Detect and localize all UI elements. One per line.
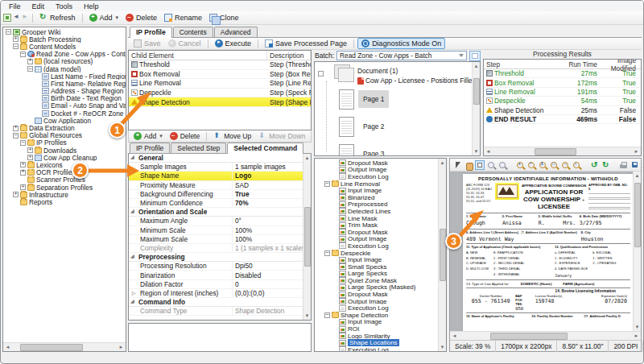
tree-item[interactable]: Scanner Profiles: [3, 176, 126, 184]
tree-item[interactable]: Content Models: [3, 43, 126, 50]
tree-expander[interactable]: [35, 81, 40, 86]
tree-expander[interactable]: [324, 250, 330, 256]
tree-expander[interactable]: [20, 184, 26, 190]
pointer-icon[interactable]: [452, 160, 462, 170]
tree-expander[interactable]: [332, 222, 337, 228]
scroll-left-icon[interactable]: ◄: [450, 332, 459, 340]
tree-item[interactable]: (local resources): [3, 58, 126, 65]
tree-expander[interactable]: [13, 133, 19, 139]
property-row[interactable]: Command Info: [129, 298, 303, 307]
tree-item[interactable]: Line Mask: [315, 215, 438, 222]
tree-expander[interactable]: [324, 312, 330, 318]
add-button[interactable]: Add▾: [86, 13, 122, 23]
scroll-down-icon[interactable]: ▼: [303, 312, 311, 320]
tree-item[interactable]: Address - Shape Region: [3, 88, 126, 95]
vertical-scrollbar[interactable]: ▲ ▼: [438, 159, 446, 351]
filter-icon[interactable]: [459, 54, 464, 57]
image-settings-icon[interactable]: [641, 160, 644, 170]
tree-item[interactable]: Execution Log: [315, 346, 438, 351]
page-node[interactable]: Page 1: [339, 86, 472, 112]
tree-expander[interactable]: [27, 66, 33, 72]
horizontal-scrollbar[interactable]: ◄ ►: [3, 342, 126, 351]
zoom-window-icon[interactable]: [486, 160, 496, 170]
property-row[interactable]: Dilation Factor 0: [129, 280, 303, 289]
scroll-right-icon[interactable]: ►: [632, 332, 641, 340]
tree-expander[interactable]: [332, 333, 337, 339]
tab[interactable]: Advanced: [214, 27, 258, 37]
scroll-up-icon[interactable]: ▲: [303, 154, 311, 162]
print-icon[interactable]: [618, 160, 628, 170]
tree-expander[interactable]: [13, 192, 19, 197]
child-element-row[interactable]: Box Removal Step (Box Removal): [129, 70, 311, 80]
tree-item[interactable]: Cow Application: [3, 117, 126, 124]
tree-expander[interactable]: [332, 160, 337, 166]
tree-item[interactable]: IP Profiles: [3, 139, 126, 147]
tree-expander[interactable]: [332, 230, 337, 235]
vertical-scrollbar[interactable]: ▲ ▼: [633, 172, 641, 331]
tree-item[interactable]: Despeckle: [315, 250, 438, 257]
tree-item[interactable]: Infrastructure: [3, 191, 126, 198]
property-row[interactable]: Shape Name Logo: [129, 172, 303, 180]
tree-item[interactable]: Logo Similarity: [315, 333, 438, 340]
tree-expander[interactable]: [332, 340, 337, 345]
tree-item[interactable]: Execution Log: [315, 173, 438, 180]
tree-item[interactable]: Read Zone - Cow Apps - Content Model: [3, 51, 126, 58]
property-row[interactable]: Proximity Measure SAD: [129, 181, 303, 190]
scroll-right-icon[interactable]: ►: [117, 343, 126, 351]
tree-item[interactable]: Detected Lines: [315, 208, 438, 215]
tree-item[interactable]: Output Image: [315, 236, 438, 243]
tree-expander[interactable]: [332, 299, 337, 304]
menu-item[interactable]: Edit: [27, 2, 51, 11]
move-up-button[interactable]: Move Up: [210, 131, 254, 141]
tree-item[interactable]: Batch Processing: [3, 35, 126, 43]
tree-item[interactable]: Grooper Wiki: [3, 28, 126, 35]
tree-expander[interactable]: [332, 236, 337, 242]
tab[interactable]: Selected Step: [171, 143, 226, 153]
column-header[interactable]: Child Element: [129, 51, 267, 60]
document-page[interactable]: PERSONALLY IDENTIFIABLE INFORMATION - WI…: [463, 174, 633, 331]
zoom-actual-icon[interactable]: 1: [538, 160, 547, 170]
tree-expander[interactable]: [332, 278, 337, 283]
child-element-row[interactable]: Shape Detection Step (Shape Detection): [129, 97, 311, 107]
property-row[interactable]: Minimum Scale 100%: [129, 226, 303, 235]
property-row[interactable]: Orientation and Scale: [129, 208, 303, 217]
tree-item[interactable]: OCR Profiles: [3, 169, 126, 176]
result-row[interactable]: Threshold 27ms True: [484, 69, 641, 78]
scroll-right-icon[interactable]: ►: [632, 147, 641, 155]
execute-button[interactable]: Execute: [212, 39, 255, 48]
tree-item[interactable]: Dropout Mask: [315, 229, 438, 236]
refresh-button[interactable]: Refresh: [36, 13, 79, 23]
tree-item[interactable]: Input Image: [315, 187, 438, 194]
horizontal-scrollbar[interactable]: ◄ ►: [484, 147, 641, 155]
menu-item[interactable]: Help: [78, 2, 105, 11]
move-down-button[interactable]: Move Down: [255, 131, 308, 141]
page-thumbnail[interactable]: [339, 144, 354, 156]
tab[interactable]: IP Profile: [130, 143, 170, 153]
tree-item[interactable]: Execution Log: [315, 242, 438, 250]
tree-item[interactable]: ROI: [315, 325, 438, 333]
rename-button[interactable]: Rename: [161, 13, 205, 23]
tree-item[interactable]: Global Resources: [3, 132, 126, 139]
scroll-left-icon[interactable]: ◄: [3, 343, 12, 351]
tree-expander[interactable]: [13, 36, 19, 42]
page-thumbnail[interactable]: [339, 117, 354, 137]
image-view-button[interactable]: [469, 51, 481, 61]
tree-expander[interactable]: [332, 271, 337, 276]
vertical-scrollbar[interactable]: ▲ ▼: [303, 154, 311, 320]
batch-selector[interactable]: Read Zone - Cow Apps - Batch: [336, 51, 467, 60]
page-node[interactable]: Page 3: [339, 141, 472, 155]
tree-expander[interactable]: [332, 209, 337, 214]
tree-item[interactable]: Line Removal: [315, 180, 438, 188]
scroll-up-icon[interactable]: ▲: [439, 159, 446, 167]
tree-expander[interactable]: [35, 110, 40, 116]
tree-expander[interactable]: [35, 103, 40, 109]
property-row[interactable]: Command Type Shape Detection: [129, 307, 303, 316]
clone-button[interactable]: Clone: [206, 13, 242, 23]
tree-expander[interactable]: [27, 118, 33, 123]
tree-item[interactable]: Large Specks: [315, 271, 438, 278]
tree-item[interactable]: Binarized: [315, 194, 438, 201]
property-row[interactable]: Preprocessing: [129, 253, 303, 262]
tree-item[interactable]: Output Image: [315, 298, 438, 305]
save-button[interactable]: Save: [130, 39, 164, 48]
forward-icon[interactable]: [21, 14, 29, 22]
